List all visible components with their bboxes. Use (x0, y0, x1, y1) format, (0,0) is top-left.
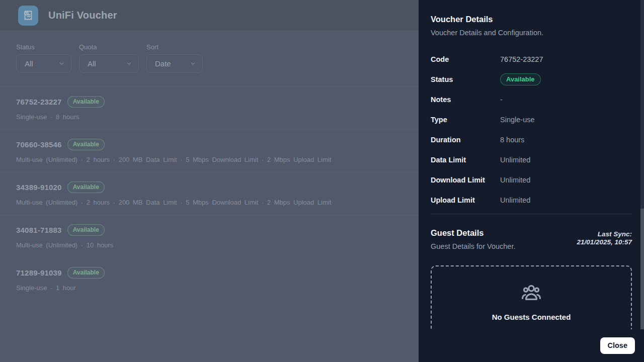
field-notes: Notes - (431, 89, 632, 110)
field-duration: Duration 8 hours (431, 130, 632, 150)
panel-scrollbar-track (640, 0, 644, 329)
guest-details-subtitle: Guest Details for Voucher. (431, 242, 515, 250)
panel-subtitle: Voucher Details and Configuration. (431, 29, 632, 37)
guest-details-header: Guest Details Guest Details for Voucher.… (431, 228, 632, 250)
field-download-limit-value: Unlimited (500, 176, 530, 184)
field-upload-limit: Upload Limit Unlimited (431, 190, 632, 210)
no-guests-box: No Guests Connected (431, 265, 632, 329)
field-type-value: Single-use (500, 116, 535, 124)
field-download-limit: Download Limit Unlimited (431, 170, 632, 190)
users-icon (520, 282, 543, 307)
section-divider (431, 214, 632, 214)
panel-scrollbar-thumb[interactable] (640, 209, 644, 329)
voucher-details-panel: Voucher Details Voucher Details and Conf… (419, 0, 644, 362)
last-sync-value: 21/01/2025, 10:57 (577, 238, 632, 246)
close-button[interactable]: Close (600, 337, 635, 354)
field-duration-value: 8 hours (500, 136, 524, 144)
field-data-limit-value: Unlimited (500, 156, 530, 164)
status-badge: Available (500, 73, 541, 85)
field-code: Code 76752-23227 (431, 49, 632, 69)
field-type: Type Single-use (431, 110, 632, 130)
panel-footer: Close (419, 329, 644, 362)
field-upload-limit-value: Unlimited (500, 196, 530, 204)
last-sync-label: Last Sync: (577, 230, 632, 238)
guest-details-title: Guest Details (431, 228, 515, 238)
voucher-fields: Code 76752-23227 Status Available Notes … (431, 49, 632, 210)
panel-title: Voucher Details (431, 15, 632, 24)
field-code-value: 76752-23227 (500, 55, 543, 63)
field-notes-value: - (500, 96, 503, 104)
last-sync: Last Sync: 21/01/2025, 10:57 (577, 228, 632, 247)
field-data-limit: Data Limit Unlimited (431, 150, 632, 170)
no-guests-message: No Guests Connected (492, 313, 571, 321)
panel-content: Voucher Details Voucher Details and Conf… (419, 0, 644, 329)
field-status: Status Available (431, 69, 632, 89)
